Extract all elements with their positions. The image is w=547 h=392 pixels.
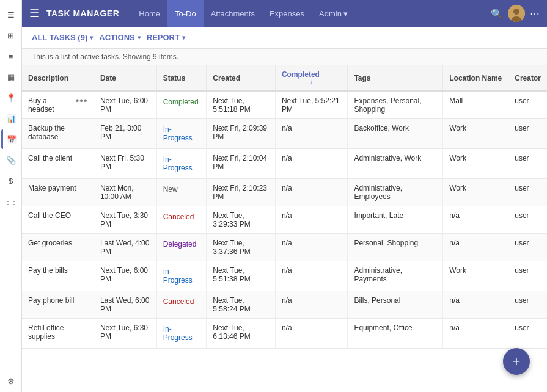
sidebar-dollar-icon[interactable]: $ xyxy=(1,171,21,191)
nav-expenses[interactable]: Expenses xyxy=(262,0,312,27)
sidebar-location-icon[interactable]: 📍 xyxy=(1,88,21,107)
col-completed[interactable]: Completed ↓ xyxy=(275,65,348,91)
cell-status: In-Progress xyxy=(156,319,207,349)
sidebar-calendar-icon[interactable]: 📅 xyxy=(1,129,21,149)
tasks-table: Description Date Status Created Complete… xyxy=(22,65,547,349)
cell-tags: Administrative, Work xyxy=(348,149,443,179)
row-options-icon[interactable]: ●●● xyxy=(75,96,87,104)
table-row[interactable]: Pay phone bill Last Wed, 6:00 PM Cancele… xyxy=(22,291,547,319)
hamburger-button[interactable]: ☰ xyxy=(29,7,39,20)
actions-button[interactable]: ACTIONS ▾ xyxy=(99,33,141,42)
cell-description: Pay the bills xyxy=(22,261,94,291)
cell-completed: n/a xyxy=(275,291,348,319)
nav-admin[interactable]: Admin ▾ xyxy=(312,0,355,27)
table-container[interactable]: Description Date Status Created Complete… xyxy=(22,65,547,392)
cell-completed: n/a xyxy=(275,149,348,179)
nav-attachments[interactable]: Attachments xyxy=(204,0,262,27)
table-row[interactable]: Buy a headset ●●● Next Tue, 6:00 PM Comp… xyxy=(22,91,547,119)
table-row[interactable]: Call the CEO Next Tue, 3:30 PM Canceled … xyxy=(22,206,547,234)
cell-tags: Administrative, Employees xyxy=(348,179,443,206)
report-button[interactable]: REPORT ▾ xyxy=(147,33,185,42)
col-creator[interactable]: Creator xyxy=(508,65,547,91)
table-row[interactable]: Get groceries Last Wed, 4:00 PM Delegate… xyxy=(22,234,547,261)
col-date[interactable]: Date xyxy=(94,65,156,91)
sidebar-attachment-icon[interactable]: 📎 xyxy=(1,150,21,170)
avatar[interactable] xyxy=(508,5,525,22)
table-row[interactable]: Pay the bills Next Tue, 6:00 PM In-Progr… xyxy=(22,261,547,291)
cell-created: Next Tue, 3:29:33 PM xyxy=(207,206,276,234)
cell-creator: user xyxy=(508,91,547,119)
status-badge: In-Progress xyxy=(163,124,200,143)
status-badge: In-Progress xyxy=(163,154,200,173)
sidebar-grid-icon[interactable]: ⊞ xyxy=(1,26,21,45)
col-created[interactable]: Created xyxy=(207,65,276,91)
cell-date: Feb 21, 3:00 PM xyxy=(94,119,156,149)
sort-arrow-icon: ↓ xyxy=(282,79,342,85)
cell-location: n/a xyxy=(443,291,508,319)
cell-tags: Equipment, Office xyxy=(348,319,443,349)
row-description: Get groceries xyxy=(28,239,72,247)
cell-date: Next Mon, 10:00 AM xyxy=(94,179,156,206)
col-tags[interactable]: Tags xyxy=(348,65,443,91)
cell-date: Last Wed, 6:00 PM xyxy=(94,291,156,319)
cell-date: Next Tue, 3:30 PM xyxy=(94,206,156,234)
main-area: ☰ TASK MANAGER Home To-Do Attachments Ex… xyxy=(22,0,547,392)
table-row[interactable]: Refill office supplies Next Tue, 6:30 PM… xyxy=(22,319,547,349)
status-badge: Delegated xyxy=(163,239,197,250)
cell-location: n/a xyxy=(443,319,508,349)
cell-date: Next Tue, 6:00 PM xyxy=(94,261,156,291)
cell-date: Next Fri, 5:30 PM xyxy=(94,149,156,179)
cell-completed: n/a xyxy=(275,319,348,349)
col-location[interactable]: Location Name xyxy=(443,65,508,91)
table-row[interactable]: Make payment Next Mon, 10:00 AM New Next… xyxy=(22,179,547,206)
sidebar-menu-icon[interactable]: ☰ xyxy=(1,5,21,24)
status-badge: In-Progress xyxy=(163,324,200,343)
table-row[interactable]: Backup the database Feb 21, 3:00 PM In-P… xyxy=(22,119,547,149)
sidebar-settings-icon[interactable]: ⚙ xyxy=(1,371,21,391)
cell-completed: n/a xyxy=(275,234,348,261)
all-tasks-button[interactable]: ALL TASKS (9) ▾ xyxy=(32,33,93,42)
cell-status: New xyxy=(156,179,207,206)
nav-todo[interactable]: To-Do xyxy=(167,0,204,27)
sidebar-tiles-icon[interactable]: ▦ xyxy=(1,67,21,87)
row-description: Pay phone bill xyxy=(28,296,74,305)
status-badge: Completed xyxy=(163,96,199,107)
actions-caret: ▾ xyxy=(138,34,141,41)
nav-home[interactable]: Home xyxy=(131,0,167,27)
cell-created: Next Fri, 2:09:39 PM xyxy=(207,119,276,149)
cell-location: n/a xyxy=(443,206,508,234)
add-task-fab[interactable]: + xyxy=(503,348,530,375)
nav-icons: 🔍 ⋯ xyxy=(491,5,540,22)
top-nav: ☰ TASK MANAGER Home To-Do Attachments Ex… xyxy=(22,0,547,27)
cell-completed: Next Tue, 5:52:21 PM xyxy=(275,91,348,119)
cell-tags: Administrative, Payments xyxy=(348,261,443,291)
sidebar-chart-icon[interactable]: 📊 xyxy=(1,109,21,128)
search-icon[interactable]: 🔍 xyxy=(491,8,503,20)
table-header-row: Description Date Status Created Complete… xyxy=(22,65,547,91)
cell-description: Buy a headset ●●● xyxy=(22,91,94,119)
cell-status: Delegated xyxy=(156,234,207,261)
cell-description: Call the CEO xyxy=(22,206,94,234)
cell-date: Next Tue, 6:30 PM xyxy=(94,319,156,349)
cell-status: Canceled xyxy=(156,206,207,234)
row-description: Call the CEO xyxy=(28,211,71,220)
col-status[interactable]: Status xyxy=(156,65,207,91)
cell-location: Work xyxy=(443,179,508,206)
cell-tags: Expenses, Personal, Shopping xyxy=(348,91,443,119)
sidebar-list-icon[interactable]: ≡ xyxy=(1,46,21,66)
cell-created: Next Fri, 2:10:23 PM xyxy=(207,179,276,206)
cell-created: Next Tue, 5:51:18 PM xyxy=(207,91,276,119)
cell-creator: user xyxy=(508,234,547,261)
cell-created: Next Fri, 2:10:04 PM xyxy=(207,149,276,179)
row-description: Refill office supplies xyxy=(28,324,87,341)
cell-tags: Personal, Shopping xyxy=(348,234,443,261)
cell-description: Pay phone bill xyxy=(22,291,94,319)
cell-completed: n/a xyxy=(275,119,348,149)
cell-location: Work xyxy=(443,119,508,149)
col-description[interactable]: Description xyxy=(22,65,94,91)
svg-point-1 xyxy=(513,9,519,15)
table-row[interactable]: Call the client Next Fri, 5:30 PM In-Pro… xyxy=(22,149,547,179)
sidebar-apps-icon[interactable]: ⋮⋮ xyxy=(1,192,21,211)
report-caret: ▾ xyxy=(182,34,185,41)
more-icon[interactable]: ⋯ xyxy=(530,8,540,20)
